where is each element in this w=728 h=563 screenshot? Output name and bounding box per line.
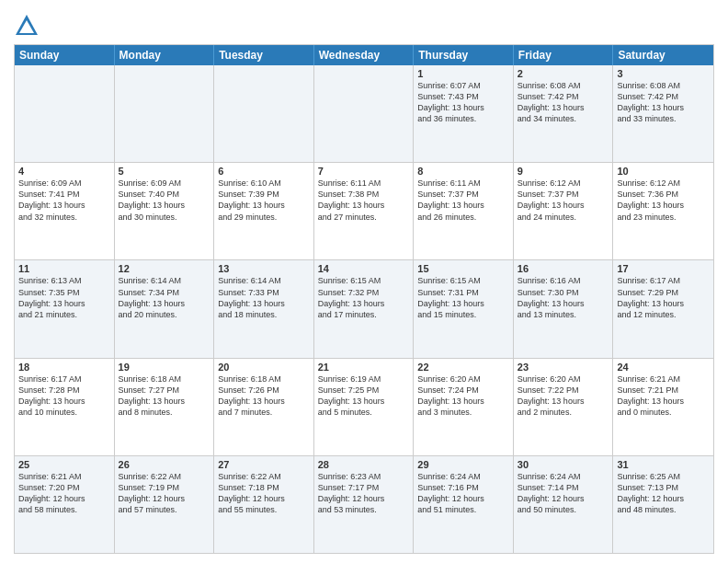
logo [14, 13, 43, 39]
day-number: 20 [218, 362, 310, 373]
day-number: 11 [18, 263, 110, 274]
day-detail: Sunrise: 6:20 AM Sunset: 7:22 PM Dayligh… [518, 373, 609, 419]
day-detail: Sunrise: 6:21 AM Sunset: 7:21 PM Dayligh… [617, 373, 710, 419]
calendar-cell-r1-c5: 9Sunrise: 6:12 AM Sunset: 7:37 PM Daylig… [514, 163, 614, 259]
calendar-cell-r1-c2: 6Sunrise: 6:10 AM Sunset: 7:39 PM Daylig… [214, 163, 314, 259]
day-number: 24 [617, 362, 710, 373]
day-number: 1 [417, 68, 509, 79]
calendar-row-0: 1Sunrise: 6:07 AM Sunset: 7:43 PM Daylig… [15, 65, 713, 162]
day-number: 15 [417, 263, 509, 274]
day-detail: Sunrise: 6:22 AM Sunset: 7:19 PM Dayligh… [119, 471, 210, 516]
day-detail: Sunrise: 6:15 AM Sunset: 7:32 PM Dayligh… [318, 275, 410, 320]
day-detail: Sunrise: 6:09 AM Sunset: 7:40 PM Dayligh… [119, 178, 210, 223]
calendar-cell-r1-c4: 8Sunrise: 6:11 AM Sunset: 7:37 PM Daylig… [414, 163, 514, 259]
day-number: 7 [318, 166, 410, 177]
day-number: 14 [318, 263, 410, 274]
calendar-cell-r4-c5: 30Sunrise: 6:24 AM Sunset: 7:14 PM Dayli… [514, 456, 614, 553]
weekday-header-thursday: Thursday [414, 45, 514, 65]
day-detail: Sunrise: 6:12 AM Sunset: 7:36 PM Dayligh… [617, 178, 710, 223]
day-detail: Sunrise: 6:10 AM Sunset: 7:39 PM Dayligh… [218, 178, 310, 223]
calendar-cell-r3-c5: 23Sunrise: 6:20 AM Sunset: 7:22 PM Dayli… [514, 359, 614, 455]
day-number: 9 [518, 166, 609, 177]
day-number: 18 [18, 362, 110, 373]
calendar-cell-r3-c6: 24Sunrise: 6:21 AM Sunset: 7:21 PM Dayli… [613, 359, 713, 455]
day-number: 28 [318, 459, 410, 470]
day-detail: Sunrise: 6:25 AM Sunset: 7:13 PM Dayligh… [617, 471, 710, 516]
calendar-cell-r4-c0: 25Sunrise: 6:21 AM Sunset: 7:20 PM Dayli… [15, 456, 115, 553]
weekday-header-saturday: Saturday [613, 45, 713, 65]
calendar-cell-r4-c4: 29Sunrise: 6:24 AM Sunset: 7:16 PM Dayli… [414, 456, 514, 553]
day-number: 27 [218, 459, 310, 470]
day-detail: Sunrise: 6:15 AM Sunset: 7:31 PM Dayligh… [417, 275, 509, 320]
day-detail: Sunrise: 6:21 AM Sunset: 7:20 PM Dayligh… [18, 471, 110, 516]
calendar-body: 1Sunrise: 6:07 AM Sunset: 7:43 PM Daylig… [15, 65, 713, 553]
day-detail: Sunrise: 6:18 AM Sunset: 7:26 PM Dayligh… [218, 373, 310, 419]
day-detail: Sunrise: 6:17 AM Sunset: 7:29 PM Dayligh… [617, 275, 710, 320]
calendar-cell-r0-c4: 1Sunrise: 6:07 AM Sunset: 7:43 PM Daylig… [414, 65, 514, 162]
header [14, 9, 714, 39]
weekday-header-tuesday: Tuesday [214, 45, 314, 65]
calendar-row-3: 18Sunrise: 6:17 AM Sunset: 7:28 PM Dayli… [15, 358, 713, 455]
calendar-cell-r0-c3 [314, 65, 415, 162]
day-detail: Sunrise: 6:24 AM Sunset: 7:16 PM Dayligh… [417, 471, 509, 516]
day-number: 25 [18, 459, 110, 470]
day-detail: Sunrise: 6:08 AM Sunset: 7:42 PM Dayligh… [518, 80, 609, 125]
day-number: 19 [119, 362, 210, 373]
day-detail: Sunrise: 6:07 AM Sunset: 7:43 PM Dayligh… [417, 80, 509, 125]
day-detail: Sunrise: 6:19 AM Sunset: 7:25 PM Dayligh… [318, 373, 410, 419]
day-detail: Sunrise: 6:24 AM Sunset: 7:14 PM Dayligh… [518, 471, 609, 516]
calendar-cell-r1-c0: 4Sunrise: 6:09 AM Sunset: 7:41 PM Daylig… [15, 163, 115, 259]
day-detail: Sunrise: 6:12 AM Sunset: 7:37 PM Dayligh… [518, 178, 609, 223]
day-detail: Sunrise: 6:17 AM Sunset: 7:28 PM Dayligh… [18, 373, 110, 419]
calendar-cell-r4-c1: 26Sunrise: 6:22 AM Sunset: 7:19 PM Dayli… [115, 456, 215, 553]
weekday-header-sunday: Sunday [15, 45, 115, 65]
day-number: 16 [518, 263, 609, 274]
day-number: 26 [119, 459, 210, 470]
day-detail: Sunrise: 6:11 AM Sunset: 7:37 PM Dayligh… [417, 178, 509, 223]
calendar-cell-r2-c3: 14Sunrise: 6:15 AM Sunset: 7:32 PM Dayli… [314, 260, 415, 357]
day-detail: Sunrise: 6:22 AM Sunset: 7:18 PM Dayligh… [218, 471, 310, 516]
page: SundayMondayTuesdayWednesdayThursdayFrid… [0, 0, 728, 563]
calendar: SundayMondayTuesdayWednesdayThursdayFrid… [14, 44, 714, 554]
day-number: 17 [617, 263, 710, 274]
day-detail: Sunrise: 6:20 AM Sunset: 7:24 PM Dayligh… [417, 373, 509, 419]
calendar-cell-r0-c2 [214, 65, 314, 162]
calendar-cell-r4-c2: 27Sunrise: 6:22 AM Sunset: 7:18 PM Dayli… [214, 456, 314, 553]
calendar-cell-r1-c1: 5Sunrise: 6:09 AM Sunset: 7:40 PM Daylig… [115, 163, 215, 259]
day-number: 10 [617, 166, 710, 177]
calendar-header: SundayMondayTuesdayWednesdayThursdayFrid… [15, 45, 713, 65]
day-detail: Sunrise: 6:13 AM Sunset: 7:35 PM Dayligh… [18, 275, 110, 320]
calendar-cell-r0-c6: 3Sunrise: 6:08 AM Sunset: 7:42 PM Daylig… [613, 65, 713, 162]
day-number: 30 [518, 459, 609, 470]
calendar-cell-r0-c5: 2Sunrise: 6:08 AM Sunset: 7:42 PM Daylig… [514, 65, 614, 162]
logo-icon [14, 13, 40, 39]
calendar-row-4: 25Sunrise: 6:21 AM Sunset: 7:20 PM Dayli… [15, 455, 713, 553]
calendar-row-1: 4Sunrise: 6:09 AM Sunset: 7:41 PM Daylig… [15, 162, 713, 259]
day-number: 2 [518, 68, 609, 79]
weekday-header-friday: Friday [514, 45, 614, 65]
day-number: 12 [119, 263, 210, 274]
calendar-cell-r3-c3: 21Sunrise: 6:19 AM Sunset: 7:25 PM Dayli… [314, 359, 415, 455]
calendar-cell-r3-c0: 18Sunrise: 6:17 AM Sunset: 7:28 PM Dayli… [15, 359, 115, 455]
day-detail: Sunrise: 6:23 AM Sunset: 7:17 PM Dayligh… [318, 471, 410, 516]
day-number: 21 [318, 362, 410, 373]
calendar-cell-r1-c6: 10Sunrise: 6:12 AM Sunset: 7:36 PM Dayli… [613, 163, 713, 259]
day-number: 3 [617, 68, 710, 79]
calendar-cell-r0-c1 [115, 65, 215, 162]
day-detail: Sunrise: 6:09 AM Sunset: 7:41 PM Dayligh… [18, 178, 110, 223]
day-detail: Sunrise: 6:16 AM Sunset: 7:30 PM Dayligh… [518, 275, 609, 320]
weekday-header-monday: Monday [115, 45, 215, 65]
calendar-cell-r2-c0: 11Sunrise: 6:13 AM Sunset: 7:35 PM Dayli… [15, 260, 115, 357]
weekday-header-wednesday: Wednesday [314, 45, 415, 65]
calendar-cell-r2-c1: 12Sunrise: 6:14 AM Sunset: 7:34 PM Dayli… [115, 260, 215, 357]
day-number: 22 [417, 362, 509, 373]
day-number: 13 [218, 263, 310, 274]
calendar-cell-r3-c1: 19Sunrise: 6:18 AM Sunset: 7:27 PM Dayli… [115, 359, 215, 455]
day-number: 23 [518, 362, 609, 373]
day-number: 5 [119, 166, 210, 177]
calendar-cell-r2-c5: 16Sunrise: 6:16 AM Sunset: 7:30 PM Dayli… [514, 260, 614, 357]
day-detail: Sunrise: 6:14 AM Sunset: 7:34 PM Dayligh… [119, 275, 210, 320]
calendar-cell-r4-c3: 28Sunrise: 6:23 AM Sunset: 7:17 PM Dayli… [314, 456, 415, 553]
day-number: 6 [218, 166, 310, 177]
day-detail: Sunrise: 6:18 AM Sunset: 7:27 PM Dayligh… [119, 373, 210, 419]
